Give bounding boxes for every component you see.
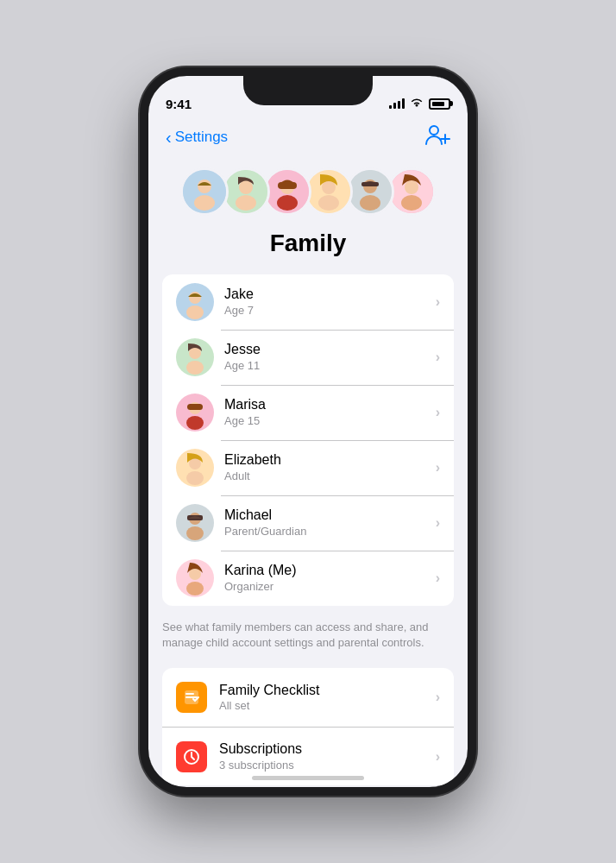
member-item-karina[interactable]: Karina (Me) Organizer › — [162, 551, 454, 606]
svg-point-35 — [186, 471, 204, 485]
battery-icon — [429, 98, 450, 110]
chevron-subscriptions: › — [436, 749, 440, 765]
member-name-elizabeth: Elizabeth — [224, 451, 436, 469]
svg-point-8 — [236, 195, 256, 211]
avatar-jesse-small — [176, 338, 214, 376]
avatar-michael-small — [176, 504, 214, 542]
avatar-karina — [387, 167, 436, 216]
notch — [243, 76, 373, 105]
member-name-michael: Michael — [224, 507, 436, 525]
svg-point-22 — [401, 195, 422, 211]
status-time: 9:41 — [166, 97, 192, 111]
svg-point-15 — [318, 195, 339, 211]
checklist-icon — [176, 682, 207, 713]
home-indicator — [252, 776, 364, 780]
member-item-jake[interactable]: Jake Age 7 › — [162, 274, 454, 330]
svg-point-42 — [186, 582, 204, 595]
member-item-michael[interactable]: Michael Parent/Guardian › — [162, 495, 454, 551]
feature-info-subscriptions: Subscriptions 3 subscriptions — [219, 740, 436, 773]
avatar-michael — [346, 167, 394, 216]
svg-rect-45 — [185, 693, 194, 695]
svg-point-31 — [186, 416, 204, 430]
member-role-jesse: Age 11 — [224, 359, 436, 374]
member-name-jesse: Jesse — [224, 341, 436, 359]
feature-sub-checklist: All set — [219, 699, 436, 714]
member-info-jesse: Jesse Age 11 — [224, 341, 436, 374]
member-role-michael: Parent/Guardian — [224, 525, 436, 539]
svg-rect-12 — [278, 182, 297, 189]
avatar-jake-small — [176, 283, 214, 321]
status-icons — [389, 97, 450, 110]
feature-name-checklist: Family Checklist — [219, 682, 436, 700]
back-label: Settings — [175, 129, 228, 146]
member-role-marisa: Age 15 — [224, 414, 436, 429]
avatar-marisa-small — [176, 394, 214, 432]
chevron-jake: › — [436, 294, 440, 310]
svg-point-5 — [194, 195, 215, 211]
features-section: Family Checklist All set › — [162, 668, 454, 785]
chevron-marisa: › — [436, 405, 440, 420]
member-item-elizabeth[interactable]: Elizabeth Adult › — [162, 440, 454, 495]
avatar-jesse — [222, 167, 270, 216]
feature-item-checklist[interactable]: Family Checklist All set › — [162, 668, 454, 727]
svg-point-38 — [186, 526, 204, 540]
member-role-jake: Age 7 — [224, 304, 436, 318]
member-info-karina: Karina (Me) Organizer — [224, 562, 436, 595]
avatar-karina-small — [176, 559, 214, 597]
svg-point-25 — [186, 306, 204, 319]
member-info-marisa: Marisa Age 15 — [224, 396, 436, 429]
svg-point-28 — [186, 361, 204, 375]
avatar-elizabeth — [305, 167, 353, 216]
member-role-elizabeth: Adult — [224, 469, 436, 484]
phone-inner: 9:41 — [148, 76, 468, 787]
chevron-michael: › — [436, 515, 440, 531]
svg-rect-19 — [361, 182, 379, 186]
back-chevron-icon: ‹ — [166, 129, 172, 146]
subscriptions-icon — [176, 741, 207, 772]
avatar-group — [148, 159, 468, 230]
feature-info-checklist: Family Checklist All set — [219, 682, 436, 715]
svg-point-0 — [430, 126, 438, 135]
page-title: Family — [148, 230, 468, 257]
chevron-jesse: › — [436, 350, 440, 365]
member-info-elizabeth: Elizabeth Adult — [224, 451, 436, 484]
scroll-content[interactable]: Family — [148, 159, 468, 787]
member-name-karina: Karina (Me) — [224, 562, 436, 580]
chevron-elizabeth: › — [436, 460, 440, 476]
family-note: See what family members can access and s… — [148, 613, 468, 654]
svg-rect-32 — [187, 404, 203, 410]
avatar-elizabeth-small — [176, 449, 214, 487]
chevron-karina: › — [436, 570, 440, 586]
chevron-checklist: › — [436, 690, 440, 705]
phone-wrapper: 9:41 — [0, 0, 616, 863]
feature-sub-subscriptions: 3 subscriptions — [219, 759, 436, 773]
back-button[interactable]: ‹ Settings — [166, 129, 228, 146]
svg-point-21 — [405, 180, 418, 194]
svg-point-4 — [198, 180, 211, 193]
add-family-button[interactable] — [424, 123, 450, 152]
feature-name-subscriptions: Subscriptions — [219, 740, 436, 759]
avatar-jake — [180, 167, 229, 216]
member-name-marisa: Marisa — [224, 396, 436, 414]
signal-icon — [389, 98, 405, 109]
member-info-michael: Michael Parent/Guardian — [224, 507, 436, 539]
member-role-karina: Organizer — [224, 580, 436, 595]
wifi-icon — [410, 97, 424, 110]
member-info-jake: Jake Age 7 — [224, 286, 436, 318]
nav-bar: ‹ Settings — [148, 119, 468, 159]
avatar-marisa — [263, 167, 311, 216]
svg-point-18 — [360, 195, 380, 211]
member-item-marisa[interactable]: Marisa Age 15 › — [162, 385, 454, 440]
svg-point-11 — [277, 195, 298, 211]
svg-rect-44 — [185, 696, 198, 698]
members-list: Jake Age 7 › — [162, 274, 454, 606]
member-item-jesse[interactable]: Jesse Age 11 › — [162, 330, 454, 385]
svg-point-7 — [239, 180, 253, 194]
member-name-jake: Jake — [224, 286, 436, 304]
phone-frame: 9:41 — [140, 67, 476, 796]
